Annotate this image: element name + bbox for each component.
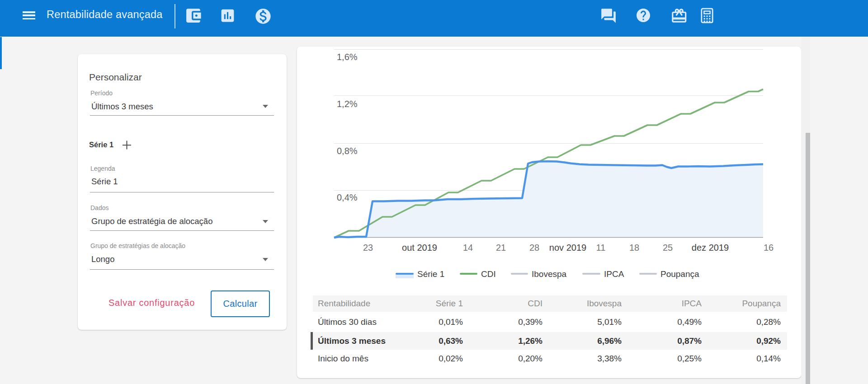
svg-text:nov 2019: nov 2019 — [549, 243, 586, 253]
svg-text:16: 16 — [764, 243, 774, 253]
svg-text:14: 14 — [463, 243, 473, 253]
svg-text:1,2%: 1,2% — [337, 99, 358, 109]
svg-text:dez 2019: dez 2019 — [692, 243, 729, 253]
svg-text:18: 18 — [629, 243, 639, 253]
svg-text:11: 11 — [596, 243, 606, 253]
svg-text:1,6%: 1,6% — [337, 52, 358, 62]
svg-text:0,8%: 0,8% — [337, 146, 358, 156]
svg-text:21: 21 — [496, 243, 506, 253]
svg-text:25: 25 — [663, 243, 673, 253]
svg-text:28: 28 — [529, 243, 539, 253]
svg-text:0,4%: 0,4% — [337, 192, 358, 202]
svg-text:out 2019: out 2019 — [402, 243, 437, 253]
svg-text:23: 23 — [363, 243, 373, 253]
